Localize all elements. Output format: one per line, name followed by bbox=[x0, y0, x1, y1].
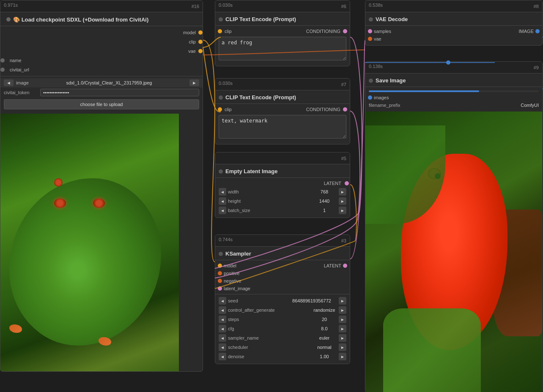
batch-dec-btn[interactable]: ◄ bbox=[219, 207, 226, 214]
node-7-clip-label: clip bbox=[225, 107, 232, 112]
steps-dec-btn[interactable]: ◄ bbox=[219, 316, 226, 323]
node-7-title: CLIP Text Encode (Prompt) bbox=[225, 94, 296, 101]
control-dec-btn[interactable]: ◄ bbox=[219, 306, 226, 314]
node-7-textarea[interactable]: text, watermark bbox=[219, 115, 346, 139]
cfg-row: ◄ cfg 8.0 ► bbox=[215, 324, 350, 333]
scheduler-inc-btn[interactable]: ► bbox=[339, 343, 346, 351]
denoise-dec-btn[interactable]: ◄ bbox=[219, 353, 226, 360]
ks-latent-in-dot bbox=[218, 286, 222, 291]
save-images-label: images bbox=[374, 95, 389, 100]
node-3-body: KSampler model LATENT positive n bbox=[215, 247, 350, 364]
node-7-title-row: CLIP Text Encode (Prompt) bbox=[215, 93, 350, 102]
node-8-id: #8 bbox=[534, 4, 539, 9]
seed-inc-btn[interactable]: ► bbox=[339, 297, 346, 305]
port-civitai-dot bbox=[0, 68, 5, 72]
node-6-panel: 0.030s #6 CLIP Text Encode (Prompt) clip… bbox=[215, 0, 350, 66]
port-civitai-label: civitai_url bbox=[10, 67, 29, 72]
scheduler-value: normal bbox=[312, 345, 337, 350]
node-16-body: 🎨 Load checkpoint SDXL (+Download from C… bbox=[0, 12, 203, 114]
control-value: randomize bbox=[312, 308, 337, 313]
cfg-label: cfg bbox=[228, 326, 310, 331]
red-frog-image bbox=[365, 112, 543, 392]
node-6-textarea[interactable]: a red frog bbox=[219, 37, 346, 60]
image-prev-btn[interactable]: ◄ bbox=[4, 79, 14, 86]
control-inc-btn[interactable]: ► bbox=[339, 306, 346, 314]
height-label: height bbox=[228, 199, 310, 204]
progress-bar-outer bbox=[369, 90, 539, 92]
node-7-panel: 0.030s #7 CLIP Text Encode (Prompt) clip… bbox=[215, 78, 350, 144]
port-row-status: 🎨 Load checkpoint SDXL (+Download from C… bbox=[0, 15, 203, 24]
height-dec-btn[interactable]: ◄ bbox=[219, 197, 226, 205]
seed-dec-btn[interactable]: ◄ bbox=[219, 297, 226, 305]
node-3-header: 0.744s #3 bbox=[215, 235, 350, 247]
node-5-header: #5 bbox=[215, 152, 350, 164]
ks-latent-dot bbox=[343, 264, 347, 268]
sampler-dec-btn[interactable]: ◄ bbox=[219, 334, 226, 342]
port-clip-label: clip bbox=[189, 39, 196, 44]
node-3-ports: model LATENT bbox=[215, 262, 350, 270]
node-5-status-dot bbox=[219, 169, 223, 174]
node-8-vae-port: vae bbox=[365, 35, 542, 43]
cfg-inc-btn[interactable]: ► bbox=[339, 325, 346, 332]
height-value: 1440 bbox=[312, 199, 337, 204]
port-name-label: name bbox=[10, 58, 22, 63]
cfg-dec-btn[interactable]: ◄ bbox=[219, 325, 226, 332]
node-9-title: Save Image bbox=[376, 77, 406, 84]
node-16-id: #16 bbox=[192, 4, 199, 9]
node-6-header: 0.030s #6 bbox=[215, 0, 350, 12]
node-7-time: 0.030s bbox=[219, 81, 233, 86]
height-inc-btn[interactable]: ► bbox=[339, 197, 346, 205]
denoise-inc-btn[interactable]: ► bbox=[339, 353, 346, 360]
token-row: civitai_token bbox=[0, 87, 203, 98]
token-label: civitai_token bbox=[4, 90, 38, 95]
scheduler-row: ◄ scheduler normal ► bbox=[215, 343, 350, 352]
node-8-title-row: VAE Decode bbox=[365, 15, 542, 24]
width-label: width bbox=[228, 189, 310, 194]
scheduler-label: scheduler bbox=[228, 345, 310, 350]
node-5-latent-output: LATENT bbox=[215, 180, 350, 187]
batch-inc-btn[interactable]: ► bbox=[339, 207, 346, 214]
node-8-status-dot bbox=[369, 17, 373, 22]
node-9-progress-area bbox=[365, 89, 542, 94]
ks-model-label: model bbox=[224, 263, 236, 268]
upload-btn[interactable]: choose file to upload bbox=[4, 99, 199, 109]
denoise-row: ◄ denoise 1.00 ► bbox=[215, 352, 350, 361]
progress-bar-inner bbox=[369, 90, 479, 92]
steps-inc-btn[interactable]: ► bbox=[339, 316, 346, 323]
node-7-clip-dot bbox=[218, 107, 222, 112]
width-inc-btn[interactable]: ► bbox=[339, 188, 346, 196]
node-6-time: 0.030s bbox=[219, 3, 233, 8]
seed-label: seed bbox=[228, 298, 285, 303]
scheduler-dec-btn[interactable]: ◄ bbox=[219, 343, 226, 351]
vae-in-label: vae bbox=[374, 36, 381, 41]
node-8-time: 0.538s bbox=[369, 3, 383, 8]
sampler-row: ◄ sampler_name euler ► bbox=[215, 333, 350, 343]
node-5-body: Empty Latent Image LATENT ◄ width 768 ► … bbox=[215, 164, 350, 218]
node-6-id: #6 bbox=[341, 4, 346, 9]
image-next-btn[interactable]: ► bbox=[189, 79, 199, 86]
node-6-ports: clip CONDITIONING bbox=[215, 27, 350, 35]
sampler-inc-btn[interactable]: ► bbox=[339, 334, 346, 342]
node-9-images-port: images bbox=[365, 94, 542, 101]
node-6-title-row: CLIP Text Encode (Prompt) bbox=[215, 15, 350, 24]
sampler-value: euler bbox=[312, 335, 337, 340]
vae-image-out-label: IMAGE bbox=[519, 29, 534, 34]
cfg-value: 8.0 bbox=[312, 326, 337, 331]
node-7-header: 0.030s #7 bbox=[215, 79, 350, 90]
steps-label: steps bbox=[228, 317, 310, 322]
port-model-out: model bbox=[0, 28, 203, 37]
control-label: control_after_generate bbox=[228, 308, 310, 313]
ks-pos-dot bbox=[218, 271, 222, 275]
node-6-cond-label: CONDITIONING bbox=[306, 29, 340, 34]
node-7-status-dot bbox=[219, 95, 223, 100]
token-input[interactable] bbox=[40, 89, 199, 96]
ks-negative-label: negative bbox=[224, 278, 241, 283]
width-dec-btn[interactable]: ◄ bbox=[219, 188, 226, 196]
batch-value: 1 bbox=[312, 208, 337, 213]
port-vae-out: vae bbox=[0, 46, 203, 56]
width-row: ◄ width 768 ► bbox=[215, 187, 350, 196]
height-row: ◄ height 1440 ► bbox=[215, 196, 350, 206]
node-5-panel: #5 Empty Latent Image LATENT ◄ width 768… bbox=[215, 152, 350, 218]
node-9-panel: 0.138s #9 Save Image images filename_pre… bbox=[365, 61, 543, 392]
control-row: ◄ control_after_generate randomize ► bbox=[215, 305, 350, 315]
